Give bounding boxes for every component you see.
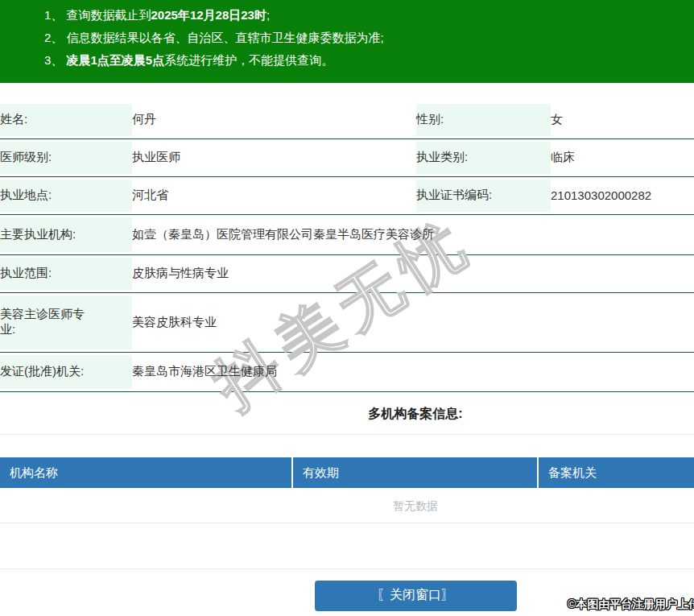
notice-banner: 1、 查询数据截止到2025年12月28日23时; 2、 信息数据结果以各省、自…: [0, 0, 694, 83]
field-label: 发证(批准)机关:: [0, 352, 132, 391]
field-value: 临床: [551, 138, 694, 176]
field-label: 医师级别:: [0, 138, 132, 176]
field-label: 执业范围:: [0, 254, 132, 292]
field-value: 何丹: [132, 101, 416, 138]
table-row: 姓名: 何丹 性别: 女: [0, 101, 694, 138]
filing-section-title: 多机构备案信息:: [0, 392, 694, 435]
field-label: 执业类别:: [416, 138, 551, 176]
notice-line-1: 1、 查询数据截止到2025年12月28日23时;: [44, 4, 694, 27]
field-label: 美容主诊医师专业:: [0, 292, 132, 352]
platform-upload-stamp: ©本图由平台注册用户上传: [568, 597, 694, 612]
field-value: 女: [551, 101, 694, 138]
notice-line-2: 2、 信息数据结果以各省、自治区、直辖市卫生健康委数据为准;: [44, 27, 694, 49]
field-value: 执业医师: [132, 138, 416, 176]
column-header-institution: 机构名称: [0, 457, 293, 488]
section-divider: [0, 523, 694, 569]
field-value: 210130302000282: [551, 176, 694, 214]
column-header-validity: 有效期: [293, 457, 539, 488]
notice-line-3: 3、 凌晨1点至凌晨5点系统进行维护，不能提供查询。: [44, 49, 694, 72]
field-label: 主要执业机构:: [0, 214, 132, 254]
field-label: 姓名:: [0, 101, 132, 138]
filing-table-header: 机构名称 有效期 备案机关: [0, 457, 694, 488]
table-row: 主要执业机构: 如壹（秦皇岛）医院管理有限公司秦皇半岛医疗美容诊所: [0, 214, 694, 254]
column-header-authority: 备案机关: [539, 457, 694, 488]
field-label: 执业地点:: [0, 176, 132, 214]
empty-state-text: 暂无数据: [0, 488, 694, 523]
table-row: 执业地点: 河北省 执业证书编码: 210130302000282: [0, 176, 694, 214]
close-window-button[interactable]: 〖关闭窗口〗: [315, 581, 517, 611]
field-value: 河北省: [132, 176, 416, 214]
table-row: 医师级别: 执业医师 执业类别: 临床: [0, 138, 694, 176]
field-label: 性别:: [416, 101, 551, 138]
